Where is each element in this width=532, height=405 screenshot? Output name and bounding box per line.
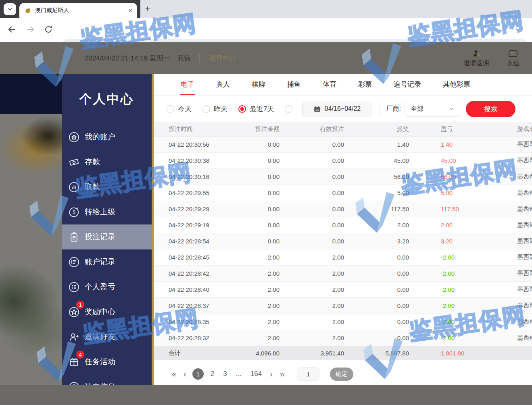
sidebar-item-account-records[interactable]: 账户记录 xyxy=(62,249,152,274)
back-icon[interactable] xyxy=(7,25,17,34)
tab-dianzi[interactable]: 电子 xyxy=(170,74,205,95)
table-cell: 0.00 xyxy=(234,222,280,228)
sidebar: 个人中心 我的账户 存款 取款 $ 转给上级 投注记录 账户记录 个人盈亏 xyxy=(62,74,152,385)
table-cell: 墨西哥 xyxy=(517,221,532,229)
tutorial-center-link[interactable]: 教导中心 xyxy=(209,54,236,63)
topup-button[interactable]: 充值 xyxy=(498,49,528,68)
table-row: 04-22 20:28:322.002.000.00-2.00墨西哥 xyxy=(154,330,532,346)
table-cell: 2.00 xyxy=(234,254,280,261)
page-2-button[interactable]: 2 xyxy=(209,370,216,378)
browser-tab[interactable]: 澳门威尼斯人 × xyxy=(19,3,137,18)
radio-today-label[interactable]: 今天 xyxy=(178,104,192,114)
date-range-button[interactable]: 31 04/16~04/22 xyxy=(302,101,371,117)
table-cell: 04-22 20:30:16 xyxy=(154,173,234,180)
tab-close-icon[interactable]: × xyxy=(128,7,132,14)
table-cell: 56.00 xyxy=(344,173,409,180)
page-3-button[interactable]: 3 xyxy=(221,370,229,378)
table-cell: 0.00 xyxy=(280,238,344,245)
invite-rebate-button[interactable]: 邀请返佣 xyxy=(455,49,498,68)
page-1-button[interactable]: 1 xyxy=(192,368,204,380)
sidebar-item-transfer-up[interactable]: $ 转给上级 xyxy=(62,199,152,224)
table-cell: 墨西哥 xyxy=(517,157,532,164)
sidebar-item-invite-friends[interactable]: 邀请好友 xyxy=(62,324,152,349)
table-cell: 117.50 xyxy=(344,206,409,212)
sidebar-item-withdraw[interactable]: 取款 xyxy=(62,174,152,199)
sidebar-item-my-account[interactable]: 我的账户 xyxy=(62,125,152,150)
last-page-button[interactable]: » xyxy=(279,370,286,379)
table-cell: 45.00 xyxy=(344,157,409,164)
invite-person-icon xyxy=(471,49,481,58)
sidebar-item-tasks[interactable]: 4 任务活动 xyxy=(62,349,152,374)
col-payout: 派奖 xyxy=(344,125,409,133)
tab-qipai[interactable]: 棋牌 xyxy=(241,74,276,95)
table-cell: 2.00 xyxy=(234,318,280,325)
table-cell: 45.00 xyxy=(409,157,517,164)
sidebar-item-reward-center[interactable]: 1 奖励中心 xyxy=(62,299,152,324)
page-jump-input[interactable] xyxy=(297,367,319,381)
browser-tabstrip: 澳门威尼斯人 × + xyxy=(0,0,532,18)
radio-custom-range[interactable] xyxy=(285,105,292,113)
sidebar-item-bet-records[interactable]: 投注记录 xyxy=(62,224,152,249)
sidebar-item-messages[interactable]: @ 站内信息 xyxy=(62,374,152,385)
radio-yesterday-label[interactable]: 昨天 xyxy=(214,104,227,114)
radio-last7days[interactable] xyxy=(238,105,246,113)
table-cell: 5.00 xyxy=(409,189,517,196)
tab-zhenren[interactable]: 真人 xyxy=(205,74,241,95)
sidebar-item-label: 转给上级 xyxy=(85,207,115,217)
table-cell: 0.00 xyxy=(280,157,344,164)
table-cell: 墨西哥 xyxy=(517,302,532,309)
table-cell: 04-22 20:28:54 xyxy=(154,238,234,245)
sidebar-item-label: 个人盈亏 xyxy=(85,282,115,292)
reload-icon[interactable] xyxy=(44,25,53,34)
vendor-select[interactable]: 全部 xyxy=(405,101,460,117)
tab-caipiao[interactable]: 彩票 xyxy=(347,74,383,95)
sidebar-item-profit-loss[interactable]: 个人盈亏 xyxy=(62,274,152,299)
table-cell: 2.00 xyxy=(234,270,280,277)
sidebar-item-label: 存款 xyxy=(85,157,100,167)
tab-buyu[interactable]: 捕鱼 xyxy=(276,74,312,95)
tab-tiyu[interactable]: 体育 xyxy=(312,74,347,95)
deposit-icon xyxy=(69,157,79,168)
prev-page-button[interactable]: ‹ xyxy=(182,370,188,379)
sidebar-item-label: 站内信息 xyxy=(85,382,115,385)
tab-zhuihao[interactable]: 追号记录 xyxy=(383,74,432,95)
tab-qita-caipiao[interactable]: 其他彩票 xyxy=(432,74,481,95)
radio-today[interactable] xyxy=(167,105,174,113)
chevron-down-icon xyxy=(7,6,13,12)
table-cell: 0.00 xyxy=(344,302,409,309)
table-cell: 04-22 20:29:19 xyxy=(154,222,234,228)
forward-icon[interactable] xyxy=(25,25,35,34)
radio-yesterday[interactable] xyxy=(202,105,210,113)
table-cell: 04-22 20:28:45 xyxy=(154,254,234,261)
next-page-button[interactable]: › xyxy=(269,370,274,379)
table-cell: 墨西哥 xyxy=(517,270,532,277)
table-cell: 0.00 xyxy=(280,189,344,196)
sidebar-menu: 我的账户 存款 取款 $ 转给上级 投注记录 账户记录 个人盈亏 1 xyxy=(62,125,152,385)
table-cell: 2.00 xyxy=(280,334,344,341)
radio-last7days-label[interactable]: 最近7天 xyxy=(250,104,274,114)
pagination: « ‹ 1 2 3 ... 164 › » 确定 xyxy=(154,363,532,385)
svg-text:@: @ xyxy=(71,384,77,385)
table-body: 04-22 20:30:560.000.001.401.40墨西哥04-22 2… xyxy=(154,137,532,346)
table-cell: 117.50 xyxy=(409,206,517,212)
sidebar-item-label: 我的账户 xyxy=(85,132,115,142)
first-page-button[interactable]: « xyxy=(171,370,177,379)
tab-search-button[interactable] xyxy=(4,3,16,15)
search-button-label: 搜索 xyxy=(484,104,497,114)
col-profit: 盈亏 xyxy=(409,125,517,133)
table-cell: 0.00 xyxy=(234,157,280,164)
table-cell: 2.00 xyxy=(234,286,280,293)
page-ellipsis: ... xyxy=(234,370,244,378)
table-cell: 0.00 xyxy=(280,222,344,228)
page-164-button[interactable]: 164 xyxy=(248,370,264,378)
account-icon xyxy=(69,132,79,143)
site-favicon-lion-icon xyxy=(24,7,31,14)
search-button[interactable]: 搜索 xyxy=(466,101,515,117)
table-cell: 04-22 20:28:42 xyxy=(154,270,234,277)
page-confirm-button[interactable]: 确定 xyxy=(330,368,353,381)
new-tab-button[interactable]: + xyxy=(142,3,153,15)
account-records-icon xyxy=(69,257,79,268)
recharge-link[interactable]: 充值 xyxy=(177,54,191,63)
sidebar-item-deposit[interactable]: 存款 xyxy=(62,150,152,174)
total-valid: 3,951.40 xyxy=(280,350,344,357)
